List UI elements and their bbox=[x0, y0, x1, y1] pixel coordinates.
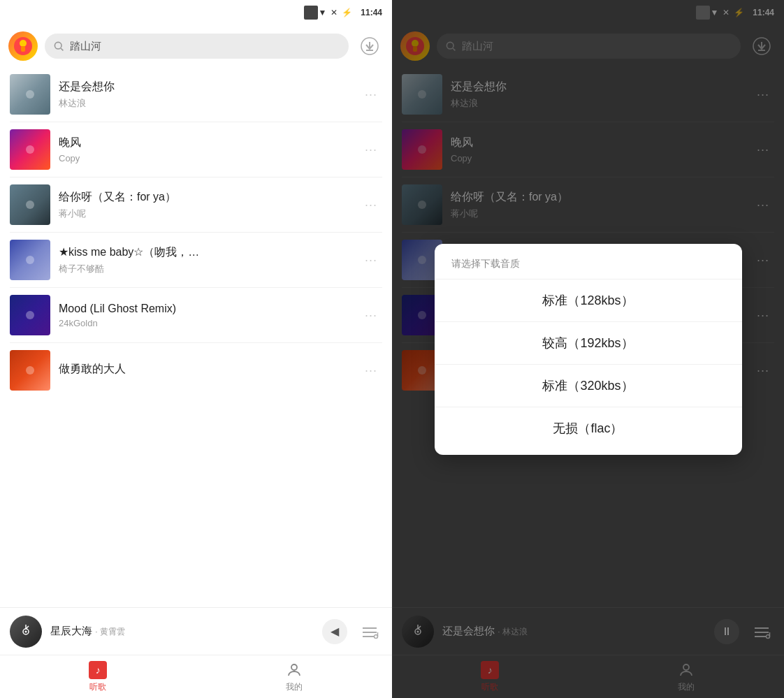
left-app-logo bbox=[8, 31, 38, 61]
left-song-title-3: 给你呀（又名：for ya） bbox=[59, 190, 351, 205]
left-battery-icon: ⚡ bbox=[342, 8, 352, 17]
left-nosig-icon: ✕ bbox=[331, 8, 337, 17]
left-mine-label: 我的 bbox=[286, 681, 303, 693]
dialog-option-128[interactable]: 标准（128kbs） bbox=[435, 279, 742, 321]
left-song-item-4[interactable]: ★kiss me baby☆（吻我，… 椅子不够酷 ··· bbox=[0, 233, 392, 287]
left-play-back-button[interactable]: ◀ bbox=[322, 619, 347, 644]
left-song-artist-3: 蒋小呢 bbox=[59, 208, 351, 220]
left-cover-2 bbox=[10, 129, 50, 170]
left-song-item-1[interactable]: 还是会想你 林达浪 ··· bbox=[0, 67, 392, 122]
left-song-item-6[interactable]: 做勇敢的大人 ··· bbox=[0, 343, 392, 398]
svg-point-1 bbox=[20, 40, 27, 47]
svg-point-17 bbox=[291, 664, 297, 670]
svg-line-4 bbox=[61, 48, 63, 50]
left-more-btn-6[interactable]: ··· bbox=[360, 359, 382, 381]
left-time: 11:44 bbox=[361, 8, 382, 17]
left-song-artist-2: Copy bbox=[59, 153, 351, 163]
left-player-artist-separator: · bbox=[95, 627, 100, 637]
left-header: 踏山河 bbox=[0, 25, 392, 67]
left-song-item-5[interactable]: Mood (Lil Ghost Remix) 24kGoldn ··· bbox=[0, 288, 392, 342]
left-more-btn-2[interactable]: ··· bbox=[360, 138, 382, 161]
left-cover-6 bbox=[10, 350, 50, 391]
left-mine-icon bbox=[285, 661, 303, 679]
left-cover-1 bbox=[10, 74, 50, 115]
left-search-icon bbox=[53, 41, 64, 52]
left-player-controls: ◀ bbox=[322, 619, 382, 644]
dialog-title: 请选择下载音质 bbox=[435, 258, 742, 279]
left-listen-label: 听歌 bbox=[89, 681, 106, 693]
left-listen-icon: ♪ bbox=[89, 661, 107, 679]
left-song-info-6: 做勇敢的大人 bbox=[59, 362, 351, 379]
left-song-info-5: Mood (Lil Ghost Remix) 24kGoldn bbox=[59, 303, 351, 328]
right-screen: ▼ ✕ ⚡ 11:44 踏山河 bbox=[392, 0, 784, 698]
svg-point-9 bbox=[25, 630, 27, 632]
svg-rect-2 bbox=[21, 46, 25, 52]
left-bottom-nav: ♪ 听歌 我的 bbox=[0, 655, 392, 698]
left-wifi-icon: ▼ bbox=[318, 8, 326, 17]
left-song-item-3[interactable]: 给你呀（又名：for ya） 蒋小呢 ··· bbox=[0, 177, 392, 232]
left-status-bar: ▼ ✕ ⚡ 11:44 bbox=[0, 0, 392, 25]
left-player-artist: 黄霄雲 bbox=[100, 627, 125, 637]
left-song-list: 还是会想你 林达浪 ··· 晚风 Copy ··· 给你呀（又名：for ya）… bbox=[0, 67, 392, 607]
left-more-btn-3[interactable]: ··· bbox=[360, 194, 382, 216]
left-song-artist-5: 24kGoldn bbox=[59, 318, 351, 328]
left-song-title-5: Mood (Lil Ghost Remix) bbox=[59, 303, 351, 315]
left-cover-3 bbox=[10, 184, 50, 225]
left-player-cover bbox=[10, 616, 42, 648]
left-song-info-3: 给你呀（又名：for ya） 蒋小呢 bbox=[59, 190, 351, 220]
dialog-option-flac[interactable]: 无损（flac） bbox=[435, 407, 742, 449]
left-song-title-4: ★kiss me baby☆（吻我，… bbox=[59, 245, 351, 260]
left-song-title-1: 还是会想你 bbox=[59, 80, 351, 94]
left-song-title-6: 做勇敢的大人 bbox=[59, 362, 351, 377]
dialog-overlay[interactable]: 请选择下载音质 标准（128kbs） 较高（192kbs） 标准（320kbs）… bbox=[392, 0, 784, 698]
left-song-info-4: ★kiss me baby☆（吻我，… 椅子不够酷 bbox=[59, 245, 351, 275]
left-search-text: 踏山河 bbox=[70, 40, 101, 53]
left-stop-icon bbox=[304, 6, 318, 20]
left-song-artist-1: 林达浪 bbox=[59, 97, 351, 110]
left-screen: ▼ ✕ ⚡ 11:44 踏山河 bbox=[0, 0, 392, 698]
left-player-info: 星辰大海 · 黄霄雲 bbox=[50, 625, 314, 638]
left-song-artist-4: 椅子不够酷 bbox=[59, 263, 351, 275]
left-song-info-2: 晚风 Copy bbox=[59, 136, 351, 163]
left-song-info-1: 还是会想你 林达浪 bbox=[59, 80, 351, 110]
left-playlist-button[interactable] bbox=[357, 619, 382, 644]
left-player-title: 星辰大海 · 黄霄雲 bbox=[50, 625, 314, 638]
left-search-bar[interactable]: 踏山河 bbox=[45, 34, 349, 59]
left-song-title-2: 晚风 bbox=[59, 136, 351, 150]
left-cover-5 bbox=[10, 295, 50, 335]
left-more-btn-1[interactable]: ··· bbox=[360, 83, 382, 106]
dialog-option-192[interactable]: 较高（192kbs） bbox=[435, 321, 742, 364]
left-nav-listen[interactable]: ♪ 听歌 bbox=[0, 661, 196, 693]
dialog-option-320[interactable]: 标准（320kbs） bbox=[435, 364, 742, 407]
left-nav-mine[interactable]: 我的 bbox=[196, 661, 393, 693]
left-more-btn-4[interactable]: ··· bbox=[360, 249, 382, 271]
left-status-icons: ▼ ✕ ⚡ 11:44 bbox=[318, 8, 382, 17]
left-player-bar: 星辰大海 · 黄霄雲 ◀ bbox=[0, 607, 392, 655]
left-download-button[interactable] bbox=[356, 32, 384, 60]
left-more-btn-5[interactable]: ··· bbox=[360, 304, 382, 326]
left-cover-4 bbox=[10, 240, 50, 280]
svg-point-3 bbox=[55, 42, 61, 49]
quality-dialog: 请选择下载音质 标准（128kbs） 较高（192kbs） 标准（320kbs）… bbox=[435, 244, 742, 455]
left-song-item-2[interactable]: 晚风 Copy ··· bbox=[0, 122, 392, 177]
